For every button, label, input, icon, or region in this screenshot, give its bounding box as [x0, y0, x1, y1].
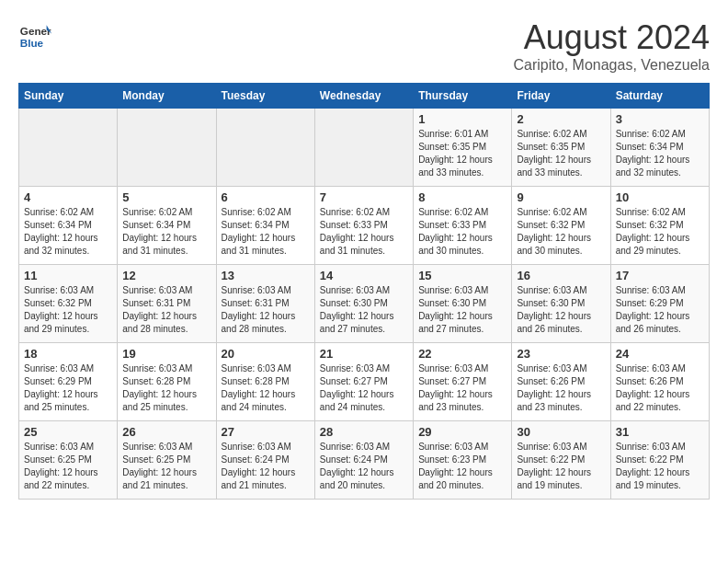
weekday-header-wednesday: Wednesday — [314, 84, 413, 109]
day-info: Sunrise: 6:03 AMSunset: 6:24 PMDaylight:… — [320, 441, 408, 492]
calendar-cell — [19, 109, 118, 187]
calendar-week-2: 4Sunrise: 6:02 AMSunset: 6:34 PMDaylight… — [19, 187, 710, 265]
day-info: Sunrise: 6:03 AMSunset: 6:22 PMDaylight:… — [517, 441, 605, 492]
weekday-header-sunday: Sunday — [19, 84, 118, 109]
calendar-cell — [118, 109, 216, 187]
weekday-header-friday: Friday — [512, 84, 610, 109]
calendar-week-5: 25Sunrise: 6:03 AMSunset: 6:25 PMDayligh… — [19, 421, 710, 500]
day-info: Sunrise: 6:03 AMSunset: 6:31 PMDaylight:… — [122, 284, 210, 336]
day-number: 19 — [122, 347, 210, 361]
calendar-cell: 29Sunrise: 6:03 AMSunset: 6:23 PMDayligh… — [414, 421, 512, 500]
calendar-cell: 16Sunrise: 6:03 AMSunset: 6:30 PMDayligh… — [512, 265, 610, 343]
day-number: 12 — [122, 269, 210, 282]
calendar-week-1: 1Sunrise: 6:01 AMSunset: 6:35 PMDaylight… — [19, 109, 710, 187]
calendar-cell: 21Sunrise: 6:03 AMSunset: 6:27 PMDayligh… — [314, 343, 413, 421]
day-info: Sunrise: 6:02 AMSunset: 6:33 PMDaylight:… — [418, 206, 506, 258]
day-info: Sunrise: 6:03 AMSunset: 6:26 PMDaylight:… — [616, 362, 704, 414]
calendar-cell: 1Sunrise: 6:01 AMSunset: 6:35 PMDaylight… — [414, 109, 512, 187]
day-number: 25 — [24, 425, 112, 439]
day-info: Sunrise: 6:02 AMSunset: 6:34 PMDaylight:… — [616, 128, 704, 179]
day-number: 24 — [616, 347, 704, 361]
day-info: Sunrise: 6:02 AMSunset: 6:33 PMDaylight:… — [320, 206, 408, 258]
calendar-cell: 22Sunrise: 6:03 AMSunset: 6:27 PMDayligh… — [414, 343, 512, 421]
calendar-cell: 19Sunrise: 6:03 AMSunset: 6:28 PMDayligh… — [118, 343, 216, 421]
day-number: 23 — [517, 347, 605, 361]
day-info: Sunrise: 6:03 AMSunset: 6:30 PMDaylight:… — [517, 284, 605, 336]
calendar-week-4: 18Sunrise: 6:03 AMSunset: 6:29 PMDayligh… — [19, 343, 710, 421]
day-info: Sunrise: 6:03 AMSunset: 6:28 PMDaylight:… — [222, 362, 310, 414]
day-number: 15 — [418, 269, 506, 282]
calendar-cell: 31Sunrise: 6:03 AMSunset: 6:22 PMDayligh… — [610, 421, 709, 500]
month-title: August 2024 — [514, 18, 710, 57]
calendar-week-3: 11Sunrise: 6:03 AMSunset: 6:32 PMDayligh… — [19, 265, 710, 343]
day-number: 9 — [517, 190, 605, 204]
day-info: Sunrise: 6:03 AMSunset: 6:27 PMDaylight:… — [320, 362, 408, 414]
calendar-cell: 18Sunrise: 6:03 AMSunset: 6:29 PMDayligh… — [19, 343, 118, 421]
calendar-cell: 11Sunrise: 6:03 AMSunset: 6:32 PMDayligh… — [19, 265, 118, 343]
page-header: General Blue August 2024 Caripito, Monag… — [18, 18, 710, 74]
calendar-cell — [314, 109, 413, 187]
calendar-cell: 8Sunrise: 6:02 AMSunset: 6:33 PMDaylight… — [414, 187, 512, 265]
title-block: August 2024 Caripito, Monagas, Venezuela — [514, 18, 710, 74]
calendar-cell: 20Sunrise: 6:03 AMSunset: 6:28 PMDayligh… — [216, 343, 314, 421]
calendar-cell: 25Sunrise: 6:03 AMSunset: 6:25 PMDayligh… — [19, 421, 118, 500]
day-info: Sunrise: 6:03 AMSunset: 6:26 PMDaylight:… — [517, 362, 605, 414]
calendar-cell: 26Sunrise: 6:03 AMSunset: 6:25 PMDayligh… — [118, 421, 216, 500]
day-number: 7 — [320, 190, 408, 204]
weekday-header-row: SundayMondayTuesdayWednesdayThursdayFrid… — [19, 84, 710, 109]
day-number: 1 — [418, 112, 506, 126]
calendar-cell: 7Sunrise: 6:02 AMSunset: 6:33 PMDaylight… — [314, 187, 413, 265]
weekday-header-thursday: Thursday — [414, 84, 512, 109]
day-number: 22 — [418, 347, 506, 361]
day-info: Sunrise: 6:03 AMSunset: 6:22 PMDaylight:… — [616, 441, 704, 492]
calendar-cell: 13Sunrise: 6:03 AMSunset: 6:31 PMDayligh… — [216, 265, 314, 343]
calendar-cell: 9Sunrise: 6:02 AMSunset: 6:32 PMDaylight… — [512, 187, 610, 265]
logo-icon: General Blue — [18, 18, 51, 52]
day-number: 18 — [24, 347, 112, 361]
calendar-cell: 2Sunrise: 6:02 AMSunset: 6:35 PMDaylight… — [512, 109, 610, 187]
weekday-header-tuesday: Tuesday — [216, 84, 314, 109]
day-info: Sunrise: 6:03 AMSunset: 6:29 PMDaylight:… — [616, 284, 704, 336]
calendar-cell: 27Sunrise: 6:03 AMSunset: 6:24 PMDayligh… — [216, 421, 314, 500]
day-info: Sunrise: 6:03 AMSunset: 6:30 PMDaylight:… — [320, 284, 408, 336]
day-info: Sunrise: 6:03 AMSunset: 6:27 PMDaylight:… — [418, 362, 506, 414]
logo: General Blue — [18, 18, 51, 52]
day-number: 30 — [517, 425, 605, 439]
day-number: 16 — [517, 269, 605, 282]
day-info: Sunrise: 6:02 AMSunset: 6:35 PMDaylight:… — [517, 128, 605, 179]
day-number: 11 — [24, 269, 112, 282]
day-info: Sunrise: 6:01 AMSunset: 6:35 PMDaylight:… — [418, 128, 506, 179]
calendar-cell: 12Sunrise: 6:03 AMSunset: 6:31 PMDayligh… — [118, 265, 216, 343]
calendar-cell: 15Sunrise: 6:03 AMSunset: 6:30 PMDayligh… — [414, 265, 512, 343]
calendar-cell: 30Sunrise: 6:03 AMSunset: 6:22 PMDayligh… — [512, 421, 610, 500]
calendar-cell: 3Sunrise: 6:02 AMSunset: 6:34 PMDaylight… — [610, 109, 709, 187]
calendar-cell: 5Sunrise: 6:02 AMSunset: 6:34 PMDaylight… — [118, 187, 216, 265]
calendar-table: SundayMondayTuesdayWednesdayThursdayFrid… — [18, 83, 710, 500]
day-number: 8 — [418, 190, 506, 204]
day-info: Sunrise: 6:02 AMSunset: 6:32 PMDaylight:… — [517, 206, 605, 258]
day-number: 2 — [517, 112, 605, 126]
day-number: 3 — [616, 112, 704, 126]
day-info: Sunrise: 6:03 AMSunset: 6:29 PMDaylight:… — [24, 362, 112, 414]
day-number: 13 — [222, 269, 310, 282]
day-number: 17 — [616, 269, 704, 282]
day-number: 28 — [320, 425, 408, 439]
day-info: Sunrise: 6:02 AMSunset: 6:34 PMDaylight:… — [222, 206, 310, 258]
day-info: Sunrise: 6:03 AMSunset: 6:25 PMDaylight:… — [24, 441, 112, 492]
day-number: 5 — [122, 190, 210, 204]
calendar-cell: 14Sunrise: 6:03 AMSunset: 6:30 PMDayligh… — [314, 265, 413, 343]
day-number: 29 — [418, 425, 506, 439]
day-number: 26 — [122, 425, 210, 439]
day-number: 6 — [222, 190, 310, 204]
day-number: 27 — [222, 425, 310, 439]
day-info: Sunrise: 6:02 AMSunset: 6:34 PMDaylight:… — [24, 206, 112, 258]
calendar-cell: 17Sunrise: 6:03 AMSunset: 6:29 PMDayligh… — [610, 265, 709, 343]
day-number: 20 — [222, 347, 310, 361]
day-number: 21 — [320, 347, 408, 361]
day-number: 14 — [320, 269, 408, 282]
calendar-cell — [216, 109, 314, 187]
day-info: Sunrise: 6:03 AMSunset: 6:23 PMDaylight:… — [418, 441, 506, 492]
day-info: Sunrise: 6:03 AMSunset: 6:25 PMDaylight:… — [122, 441, 210, 492]
weekday-header-monday: Monday — [118, 84, 216, 109]
location: Caripito, Monagas, Venezuela — [514, 57, 710, 74]
